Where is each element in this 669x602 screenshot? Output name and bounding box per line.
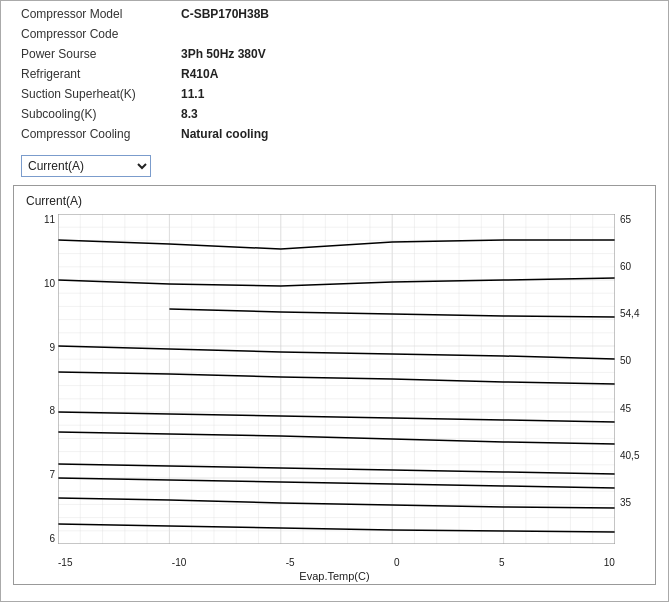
y-label-9: 9 [49,342,55,353]
label-refrigerant: Refrigerant [21,67,181,81]
value-model: C-SBP170H38B [181,7,269,21]
y-label-8: 8 [49,405,55,416]
y-right-60: 60 [620,261,631,272]
row-superheat: Suction Superheat(K) 11.1 [21,87,648,107]
y-right-35: 35 [620,497,631,508]
value-superheat: 11.1 [181,87,204,101]
label-subcooling: Subcooling(K) [21,107,181,121]
label-superheat: Suction Superheat(K) [21,87,181,101]
x-label--15: -15 [58,557,72,568]
y-right-50: 50 [620,355,631,366]
value-power: 3Ph 50Hz 380V [181,47,266,61]
value-cooling: Natural cooling [181,127,268,141]
info-table: Compressor Model C-SBP170H38B Compressor… [1,1,668,151]
x-axis: -15 -10 -5 0 5 10 [58,557,615,568]
y-axis-right: 65 60 54,4 50 45 40,5 35 [617,214,655,544]
y-label-10: 10 [44,278,55,289]
y-label-7: 7 [49,469,55,480]
label-code: Compressor Code [21,27,181,41]
svg-rect-52 [58,214,615,544]
y-right-405: 40,5 [620,450,639,461]
value-subcooling: 8.3 [181,107,198,121]
y-label-6: 6 [49,533,55,544]
dropdown-row[interactable]: Current(A) Power(W) COP [1,151,668,181]
chart-title: Current(A) [26,194,82,208]
row-cooling: Compressor Cooling Natural cooling [21,127,648,147]
x-axis-title: Evap.Temp(C) [14,570,655,582]
x-label-10: 10 [604,557,615,568]
y-right-544: 54,4 [620,308,639,319]
row-code: Compressor Code [21,27,648,47]
label-power: Power Sourse [21,47,181,61]
row-refrigerant: Refrigerant R410A [21,67,648,87]
x-label-5: 5 [499,557,505,568]
value-refrigerant: R410A [181,67,218,81]
label-cooling: Compressor Cooling [21,127,181,141]
y-axis-left: 11 10 9 8 7 6 [14,214,58,544]
y-right-65: 65 [620,214,631,225]
x-label-0: 0 [394,557,400,568]
y-right-45: 45 [620,403,631,414]
x-label--5: -5 [286,557,295,568]
chart-container: Current(A) 11 10 9 8 7 6 [13,185,656,585]
x-label--10: -10 [172,557,186,568]
row-subcooling: Subcooling(K) 8.3 [21,107,648,127]
main-container: Compressor Model C-SBP170H38B Compressor… [0,0,669,602]
label-model: Compressor Model [21,7,181,21]
y-label-11: 11 [44,214,55,225]
chart-area [58,214,615,544]
row-power: Power Sourse 3Ph 50Hz 380V [21,47,648,67]
chart-type-dropdown[interactable]: Current(A) Power(W) COP [21,155,151,177]
chart-svg [58,214,615,544]
row-model: Compressor Model C-SBP170H38B [21,7,648,27]
